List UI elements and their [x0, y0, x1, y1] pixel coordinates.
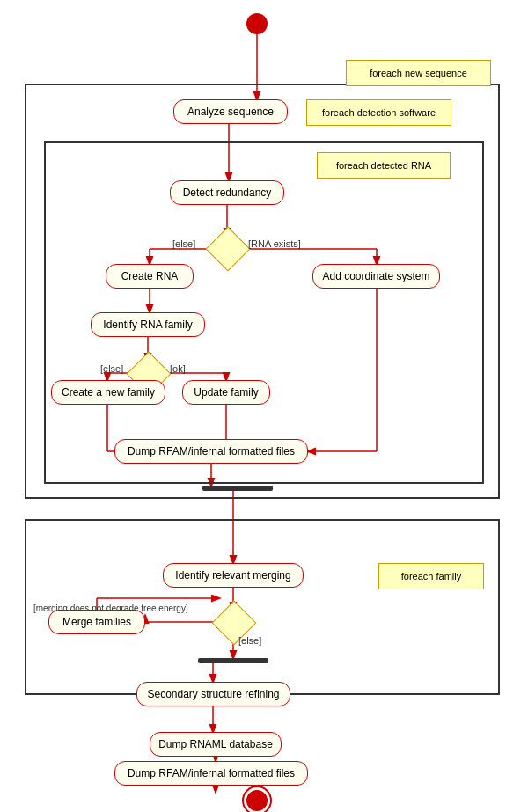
node-analyze-sequence: Analyze sequence: [173, 99, 288, 124]
node-add-coordinate: Add coordinate system: [312, 264, 440, 289]
label-else1: [else]: [172, 238, 195, 249]
node-secondary-refining: Secondary structure refining: [136, 682, 290, 706]
label-ok: [ok]: [170, 363, 186, 374]
note-foreach-detected-rna: foreach detected RNA: [317, 152, 451, 179]
label-else3: [else]: [238, 635, 261, 646]
node-dump-rfam2: Dump RFAM/infernal formatted files: [114, 761, 308, 786]
start-circle: [246, 13, 268, 34]
node-dump-rfam1: Dump RFAM/infernal formatted files: [114, 439, 308, 464]
label-else2: [else]: [100, 363, 123, 374]
note-foreach-family: foreach family: [378, 563, 484, 589]
node-identify-rna-family: Identify RNA family: [91, 312, 205, 337]
note-foreach-detection: foreach detection software: [306, 99, 451, 126]
node-dump-rnaml: Dump RNAML database: [150, 732, 282, 757]
label-rna-exists: [RNA exists]: [248, 238, 301, 249]
node-identify-merging: Identify relevant merging: [163, 563, 304, 588]
node-detect-redundancy: Detect redundancy: [170, 180, 284, 205]
node-update-family: Update family: [182, 380, 270, 405]
node-create-rna: Create RNA: [106, 264, 194, 289]
note-foreach-new-sequence: foreach new sequence: [346, 60, 491, 86]
node-merge-families: Merge families: [48, 610, 145, 634]
node-create-new-family: Create a new family: [51, 380, 165, 405]
diagram: foreach new sequence foreach detection s…: [0, 0, 528, 812]
end-circle: [246, 790, 268, 811]
